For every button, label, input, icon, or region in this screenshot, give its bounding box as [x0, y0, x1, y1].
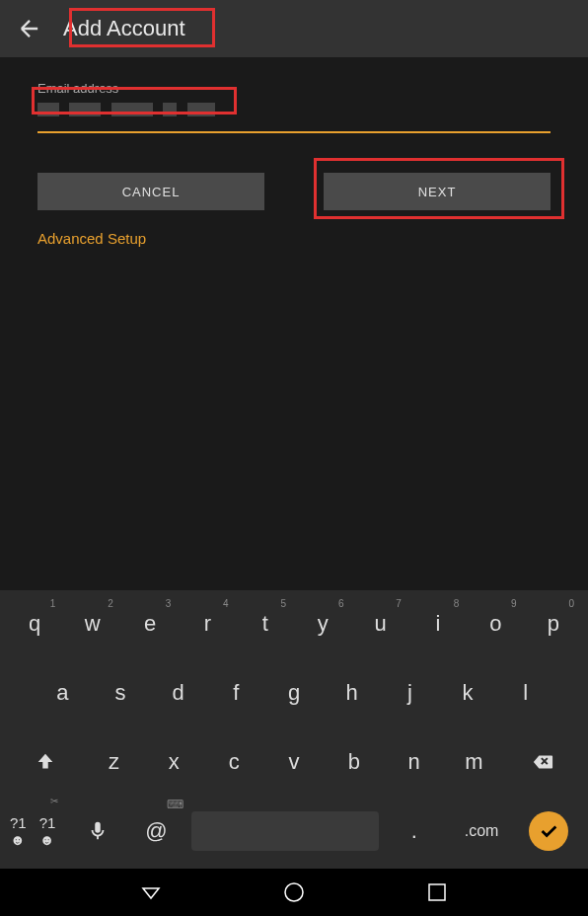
key-q[interactable]: q1	[6, 596, 63, 651]
key-b[interactable]: b	[324, 734, 384, 790]
next-button[interactable]: NEXT	[324, 173, 551, 210]
key-hint: 1	[50, 598, 56, 609]
key-x[interactable]: x	[144, 734, 204, 790]
key-u[interactable]: u7	[351, 596, 408, 651]
backspace-key[interactable]	[504, 734, 582, 790]
key-s[interactable]: s	[92, 665, 150, 721]
enter-key[interactable]	[520, 803, 578, 859]
symbols-key[interactable]: ✂ ?1☻?1☻	[10, 803, 68, 859]
key-hint: 8	[454, 598, 460, 609]
period-key[interactable]: .	[385, 803, 443, 859]
spacebar-key[interactable]	[191, 811, 379, 851]
email-label: Email address	[37, 81, 551, 96]
dotcom-key[interactable]: .com	[443, 803, 519, 859]
key-n[interactable]: n	[384, 734, 444, 790]
keyboard-hint-icon: ⌨	[167, 798, 184, 811]
key-hint: 0	[569, 598, 575, 609]
key-c[interactable]: c	[204, 734, 264, 790]
advanced-setup-link[interactable]: Advanced Setup	[37, 230, 146, 247]
key-hint: 5	[280, 598, 286, 609]
key-m[interactable]: m	[444, 734, 504, 790]
key-o[interactable]: o9	[467, 596, 524, 651]
key-hint: 3	[166, 598, 172, 609]
key-l[interactable]: l	[496, 665, 554, 721]
key-hint: 6	[338, 598, 344, 609]
key-hint: 9	[511, 598, 517, 609]
key-w[interactable]: w2	[63, 596, 120, 651]
key-e[interactable]: e3	[121, 596, 179, 651]
at-key[interactable]: ⌨ @	[127, 803, 185, 859]
key-z[interactable]: z	[84, 734, 144, 790]
key-r[interactable]: r4	[179, 596, 236, 651]
mic-key[interactable]	[68, 803, 126, 859]
navigation-bar	[0, 869, 588, 916]
key-d[interactable]: d	[149, 665, 207, 721]
key-t[interactable]: t5	[237, 596, 294, 651]
nav-back-button[interactable]	[139, 880, 163, 904]
scissors-hint-icon: ✂	[50, 796, 58, 806]
page-title: Add Account	[63, 16, 185, 41]
key-p[interactable]: p0	[525, 596, 582, 651]
nav-home-button[interactable]	[282, 880, 306, 904]
key-h[interactable]: h	[323, 665, 381, 721]
key-g[interactable]: g	[265, 665, 324, 721]
shift-key[interactable]	[6, 734, 84, 790]
back-button[interactable]	[16, 15, 43, 42]
key-j[interactable]: j	[381, 665, 439, 721]
key-y[interactable]: y6	[294, 596, 351, 651]
key-f[interactable]: f	[207, 665, 265, 721]
on-screen-keyboard: q1w2e3r4t5y6u7i8o9p0 asdfghjkl zxcvbnm ✂…	[0, 590, 588, 869]
nav-recent-button[interactable]	[425, 880, 449, 904]
svg-point-0	[285, 883, 303, 901]
email-field[interactable]	[37, 100, 551, 123]
cancel-button[interactable]: CANCEL	[37, 173, 264, 210]
key-i[interactable]: i8	[409, 596, 467, 651]
svg-rect-1	[429, 884, 445, 900]
input-underline	[37, 131, 551, 133]
key-hint: 7	[396, 598, 402, 609]
key-v[interactable]: v	[264, 734, 325, 790]
key-hint: 4	[223, 598, 229, 609]
key-hint: 2	[108, 598, 113, 609]
key-a[interactable]: a	[34, 665, 92, 721]
key-k[interactable]: k	[439, 665, 497, 721]
